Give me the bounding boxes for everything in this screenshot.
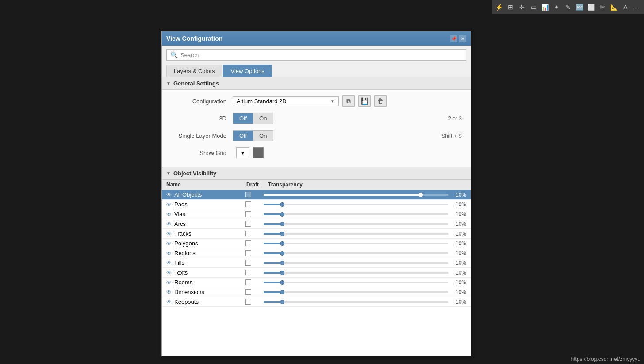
object-visibility-content: Name Draft Transparency 👁 All Objects [162,180,471,307]
configuration-dropdown[interactable]: Altium Standard 2D ▼ [233,96,339,106]
pct-keepouts: 10% [452,299,466,305]
single-layer-on-btn[interactable]: On [253,131,273,141]
toolbar-filter-btn[interactable]: ⚡ [494,2,504,12]
obj-name-texts: Texts [174,269,188,276]
search-box: 🔍 [166,49,466,61]
show-grid-label: Show Grid [171,150,233,156]
slider-vias[interactable] [264,213,448,215]
col-draft-header: Draft [237,182,268,188]
slider-keepouts[interactable] [264,301,448,303]
toolbar-cut-btn[interactable]: ✄ [597,2,608,12]
pct-regions: 10% [452,250,466,256]
configuration-label: Configuration [171,98,233,105]
draft-checkbox-fills[interactable] [245,260,251,266]
object-visibility-header[interactable]: ▼ Object Visibility [162,167,471,180]
3d-row: 3D Off On 2 or 3 [171,113,462,124]
obj-row-fills[interactable]: 👁 Fills 10% [162,258,471,268]
eye-icon-vias: 👁 [166,211,172,217]
toolbar: ⚡ ⊞ ✛ ▭ 📊 ✦ ✎ 🔤 ⬜ ✄ 📐 A — [492,0,644,14]
delete-config-button[interactable]: 🗑 [374,95,387,107]
single-layer-label: Single Layer Mode [171,132,233,139]
toolbar-measure-btn[interactable]: 📐 [609,2,619,12]
obj-section-arrow: ▼ [166,171,171,176]
object-visibility-label: Object Visibility [173,170,216,177]
general-settings-label: General Settings [173,80,219,87]
slider-arcs[interactable] [264,223,448,225]
slider-regions[interactable] [264,252,448,254]
single-layer-toggle: Off On [233,130,273,141]
toolbar-rect-btn[interactable]: ▭ [528,2,539,12]
new-config-button[interactable]: ⧉ [342,95,355,107]
pin-button[interactable]: 📌 [450,35,457,42]
watermark: https://blog.csdn.net/zmyyyyu [571,356,640,362]
obj-row-tracks[interactable]: 👁 Tracks 10% [162,229,471,239]
eye-icon-dimensions: 👁 [166,289,172,295]
close-button[interactable]: ✕ [459,35,466,42]
slider-tracks[interactable] [264,233,448,235]
obj-row-rooms[interactable]: 👁 Rooms 10% [162,278,471,287]
general-settings-header[interactable]: ▼ General Settings [162,77,471,90]
obj-row-all-objects[interactable]: 👁 All Objects 10% [162,190,471,200]
search-area: 🔍 [162,46,471,64]
toolbar-text-btn[interactable]: 🔤 [574,2,585,12]
toolbar-star-btn[interactable]: ✦ [551,2,562,12]
single-layer-shortcut: Shift + S [441,133,462,139]
toolbar-font-btn[interactable]: A [620,2,631,12]
dialog-title: View Configuration [166,35,222,42]
draft-checkbox-rooms[interactable] [245,279,251,285]
eye-icon-pads: 👁 [166,201,172,208]
draft-checkbox-pads[interactable] [245,201,251,207]
slider-fills[interactable] [264,262,448,264]
search-input[interactable] [180,52,462,58]
draft-checkbox-polygons[interactable] [245,240,251,246]
pct-vias: 10% [452,211,466,217]
dialog-scroll[interactable]: ▼ General Settings Configuration Altium … [162,77,471,356]
toolbar-edit-btn[interactable]: ✎ [563,2,573,12]
draft-checkbox-texts[interactable] [245,270,251,275]
obj-table-header: Name Draft Transparency [162,180,471,190]
grid-color-swatch[interactable] [253,147,264,158]
tab-layers-colors[interactable]: Layers & Colors [166,65,222,77]
3d-shortcut: 2 or 3 [448,116,462,122]
3d-off-btn[interactable]: Off [233,113,253,124]
draft-checkbox-all-objects[interactable] [245,192,251,197]
obj-row-dimensions[interactable]: 👁 Dimensions 10% [162,287,471,297]
obj-row-polygons[interactable]: 👁 Polygons 10% [162,239,471,248]
tab-view-options[interactable]: View Options [223,65,272,77]
obj-row-arcs[interactable]: 👁 Arcs 10% [162,219,471,229]
obj-row-vias[interactable]: 👁 Vias 10% [162,209,471,219]
slider-polygons[interactable] [264,243,448,244]
draft-checkbox-arcs[interactable] [245,221,251,227]
slider-dimensions[interactable] [264,291,448,293]
obj-name-tracks: Tracks [174,230,192,237]
obj-row-keepouts[interactable]: 👁 Keepouts 10% [162,297,471,307]
3d-on-btn[interactable]: On [253,113,273,124]
toolbar-add-btn[interactable]: ✛ [517,2,527,12]
tab-bar: Layers & Colors View Options [162,64,471,77]
draft-checkbox-regions[interactable] [245,250,251,256]
slider-texts[interactable] [264,272,448,274]
save-config-button[interactable]: 💾 [358,95,371,107]
single-layer-row: Single Layer Mode Off On Shift + S [171,130,462,141]
draft-checkbox-dimensions[interactable] [245,289,251,295]
toolbar-grid-btn[interactable]: ⊞ [505,2,516,12]
eye-icon-arcs: 👁 [166,221,172,227]
general-settings-content: Configuration Altium Standard 2D ▼ ⧉ 💾 🗑… [162,90,471,167]
slider-all-objects[interactable] [264,194,448,196]
toolbar-square-btn[interactable]: ⬜ [586,2,596,12]
single-layer-off-btn[interactable]: Off [233,131,253,141]
draft-checkbox-keepouts[interactable] [245,299,251,305]
toolbar-line-btn[interactable]: — [632,2,642,12]
slider-rooms[interactable] [264,282,448,283]
slider-pads[interactable] [264,204,448,205]
obj-row-regions[interactable]: 👁 Regions 10% [162,248,471,258]
show-grid-dropdown[interactable]: ▼ [236,147,249,158]
toolbar-chart-btn[interactable]: 📊 [540,2,550,12]
obj-row-pads[interactable]: 👁 Pads 10% [162,200,471,209]
draft-checkbox-vias[interactable] [245,211,251,217]
draft-checkbox-tracks[interactable] [245,231,251,236]
eye-icon-rooms: 👁 [166,279,172,286]
obj-row-texts[interactable]: 👁 Texts 10% [162,268,471,278]
obj-name-dimensions: Dimensions [174,289,204,295]
dialog-titlebar: View Configuration 📌 ✕ [162,31,471,46]
